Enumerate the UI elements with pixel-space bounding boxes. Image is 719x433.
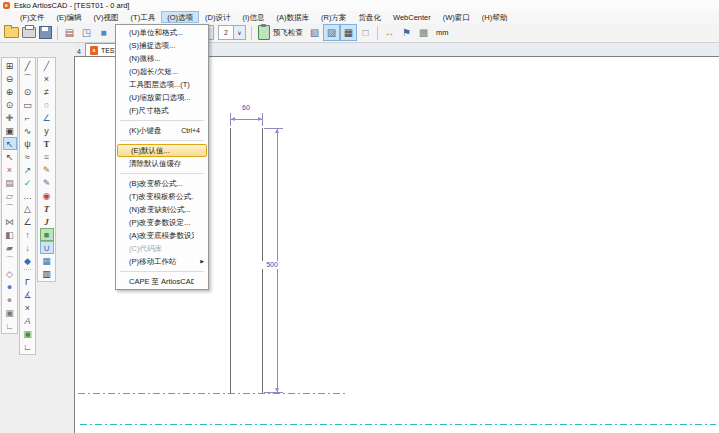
menu-separator[interactable] [118,138,206,143]
menuitem-change-tack-bridging-formula[interactable]: (T)改变模板桥公式... [116,190,208,203]
stairs-tool-icon[interactable]: ∟ [21,340,35,353]
stamp-icon[interactable]: ▤ [61,24,78,41]
menu-help[interactable]: (H)帮助 [476,11,513,23]
script-text-tool-icon[interactable]: J [40,215,54,228]
image-frame-tool-icon[interactable]: ▦ [40,254,54,267]
snap-option-b-icon[interactable]: ▨ [323,24,340,41]
menuitem-change-bridging-formula[interactable]: (B)改变桥公式... [116,177,208,190]
arc-tool-icon[interactable]: ⌒ [21,72,35,85]
menuitem-clear-defaults-cache[interactable]: 清除默认值缓存 [116,157,208,170]
menu-tools[interactable]: (T)工具 [125,11,162,23]
zoom-level-combo[interactable]: 2 ∨ [218,25,246,40]
polygon-tool-icon[interactable]: ◇ [3,267,17,280]
move-point-tool-icon[interactable]: ◆ [21,254,35,267]
menu-edit[interactable]: (E)编辑 [51,11,88,23]
zoom-out-tool-icon[interactable]: ⊖ [3,72,17,85]
blend-tool-icon[interactable]: ◧ [3,228,17,241]
menu-window[interactable]: (W)窗口 [437,11,476,23]
menu-info[interactable]: (I)信息 [236,11,270,23]
fillet-tool-icon[interactable]: ⌐ [21,111,35,124]
set-square-tool-icon[interactable]: △ [21,202,35,215]
view-glasses-tool-icon[interactable]: ◉ [40,189,54,202]
select-tool-icon[interactable]: ↖ [3,137,17,150]
cylinder-3d-tool-icon[interactable]: ● [3,280,17,293]
menuitem-snap-options[interactable]: (S)捕捉选项... [116,39,208,52]
angle-snap-tool-icon[interactable]: ∠ [40,111,54,124]
menuitem-change-parameter-set[interactable]: (P)改变参数设定... [116,216,208,229]
extrude-solid-tool-icon[interactable]: ▰ [3,241,17,254]
menuitem-change-nick-formula[interactable]: (N)改变缺刻公式... [116,203,208,216]
menuitem-nudge[interactable]: (N)微移... [116,52,208,65]
branch-tool-icon[interactable]: ψ [21,137,35,150]
export-3d-icon[interactable]: ◳ [78,24,95,41]
arrow-down-tool-icon[interactable]: ↓ [21,241,35,254]
menuitem-defaults[interactable]: (E)默认值... [117,144,207,157]
menu-file[interactable]: (F)文件 [14,11,51,23]
flag-icon[interactable]: ⚑ [398,24,415,41]
hatch-tool-icon[interactable]: ≠ [40,85,54,98]
bezier-tool-icon[interactable]: ∿ [21,124,35,137]
menuitem-change-counter-parameter-set[interactable]: (A)改变底模参数设定... [116,229,208,242]
grid-toggle-icon[interactable]: ▦ [340,24,357,41]
line-tool-icon[interactable]: ╱ [21,59,35,72]
menu-separator[interactable] [118,118,206,123]
menuitem-keypad[interactable]: (K)小键盘 Ctrl+4 [116,124,208,137]
dotted-line-tool-icon[interactable]: … [21,189,35,202]
menu-database[interactable]: (A)数据库 [271,11,316,23]
sphere-3d-tool-icon[interactable]: ● [3,293,17,306]
menuitem-dimension-formatting[interactable]: (F)尺寸格式 [116,104,208,117]
protractor-tool-icon[interactable]: ∡ [21,288,35,301]
preflight-button[interactable]: 预飞检查 [258,25,303,40]
open-button[interactable] [3,24,20,41]
dashed-circle-tool-icon[interactable]: ○ [40,98,54,111]
corner-match-tool-icon[interactable]: Γ [21,275,35,288]
menuitem-mobile-workstation[interactable]: (P)移动工作站 ▶ [116,255,208,268]
swap-direction-icon[interactable]: ↔ [381,24,398,41]
menu-separator[interactable] [118,269,206,274]
circle-tool-icon[interactable]: ⊙ [21,85,35,98]
measure-tool-icon[interactable]: ↗ [21,163,35,176]
delete-tool-icon[interactable]: × [3,163,17,176]
print-button[interactable] [20,24,37,41]
angle-tool-icon[interactable]: ∠ [21,215,35,228]
save-button[interactable] [37,24,54,41]
menu-webcenter[interactable]: WebCenter [387,11,437,23]
erase-tool-icon[interactable]: × [40,72,54,85]
italic-text-tool-icon[interactable]: T [40,202,54,215]
menuitem-units-and-formatting[interactable]: (U)单位和格式... [116,26,208,39]
mirror-tool-icon[interactable]: ⋈ [3,215,17,228]
menu-design[interactable]: (D)设计 [199,11,236,23]
arc-edit-tool-icon[interactable]: ⌒ [3,202,17,215]
copy-tool-icon[interactable]: ▤ [3,176,17,189]
paragraph-tool-icon[interactable]: ≡ [40,150,54,163]
menu-layout[interactable]: (R)方案 [315,11,352,23]
wave-tool-icon[interactable]: ≈ [21,150,35,163]
construction-line-tool-icon[interactable]: ╱ [40,59,54,72]
color-swatch-tool-icon[interactable]: ■ [40,228,54,241]
view-options-tool-icon[interactable]: ▣ [3,124,17,137]
snap-option-a-icon[interactable]: ▧ [306,24,323,41]
pattern-icon[interactable]: ▩ [415,24,432,41]
cube-3d-icon[interactable]: ■ [95,24,112,41]
annotation-tool-icon[interactable]: A [21,314,35,327]
menu-separator[interactable] [118,171,206,176]
group-tool-icon[interactable]: ▣ [3,306,17,319]
toolbox-separator[interactable] [22,269,33,273]
combo-arrow-icon[interactable]: ∨ [233,26,245,39]
menuitem-cape-to-artioscad[interactable]: CAPE 至 ArtiosCAD... [116,275,208,288]
zoom-window-tool-icon[interactable]: ⊞ [3,59,17,72]
break-tool-icon[interactable]: × [21,301,35,314]
text-tool-icon[interactable]: T [40,137,54,150]
paperclip-tool-icon[interactable]: ∪ [40,241,54,254]
frame-tool-icon[interactable]: ▣ [21,327,35,340]
barcode-tool-icon[interactable]: ▥ [40,267,54,280]
arrow-up-tool-icon[interactable]: ↑ [21,228,35,241]
pen-tool-icon[interactable]: ✎ [40,176,54,189]
menu-view[interactable]: (V)视图 [88,11,125,23]
zoom-previous-tool-icon[interactable]: ⊙ [3,98,17,111]
menuitem-overrun-underrun[interactable]: (O)超长/欠短... [116,65,208,78]
pan-tool-icon[interactable]: ✚ [3,111,17,124]
menu-palletization[interactable]: 货盘化 [352,11,387,23]
menuitem-code-library[interactable]: (C)代码库 [116,242,208,255]
menuitem-zoom-window-options[interactable]: (U)缩放窗口选项... [116,91,208,104]
